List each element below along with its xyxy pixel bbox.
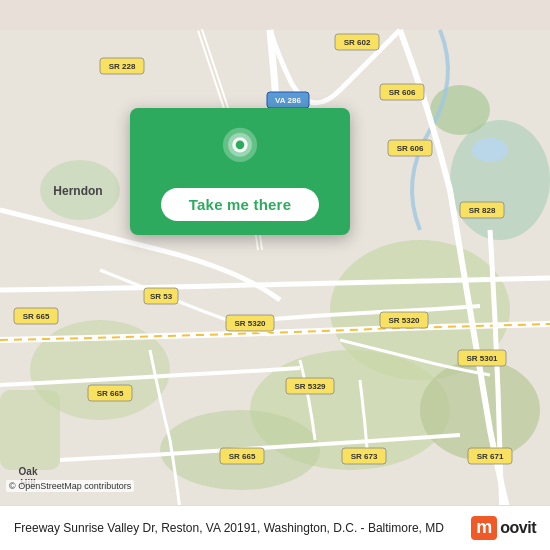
svg-point-10 — [472, 138, 508, 162]
svg-text:SR 53: SR 53 — [150, 292, 173, 301]
osm-credit: © OpenStreetMap contributors — [6, 480, 134, 492]
svg-text:SR 665: SR 665 — [23, 312, 50, 321]
svg-text:SR 602: SR 602 — [344, 38, 371, 47]
svg-text:SR 665: SR 665 — [97, 389, 124, 398]
svg-text:SR 665: SR 665 — [229, 452, 256, 461]
svg-text:SR 228: SR 228 — [109, 62, 136, 71]
svg-text:SR 671: SR 671 — [477, 452, 504, 461]
moovit-name: oovit — [500, 519, 536, 537]
svg-text:SR 673: SR 673 — [351, 452, 378, 461]
svg-text:SR 606: SR 606 — [397, 144, 424, 153]
svg-text:Herndon: Herndon — [53, 184, 102, 198]
svg-text:VA 286: VA 286 — [275, 96, 301, 105]
take-me-there-button[interactable]: Take me there — [161, 188, 319, 221]
address-block: Freeway Sunrise Valley Dr, Reston, VA 20… — [14, 519, 461, 537]
svg-text:SR 828: SR 828 — [469, 206, 496, 215]
pin-icon — [216, 126, 264, 174]
svg-text:SR 5320: SR 5320 — [234, 319, 266, 328]
svg-rect-9 — [0, 390, 60, 470]
map-background: SR 602 SR 228 VA 286 SR 606 SR 606 SR 82… — [0, 0, 550, 550]
moovit-m-icon: m — [471, 516, 497, 540]
map-container: SR 602 SR 228 VA 286 SR 606 SR 606 SR 82… — [0, 0, 550, 550]
bottom-bar: Freeway Sunrise Valley Dr, Reston, VA 20… — [0, 505, 550, 550]
svg-point-49 — [236, 141, 245, 150]
svg-text:Oak: Oak — [19, 466, 38, 477]
moovit-logo: m oovit — [471, 516, 536, 540]
svg-point-6 — [450, 120, 550, 240]
svg-text:SR 606: SR 606 — [389, 88, 416, 97]
location-card: Take me there — [130, 108, 350, 235]
svg-text:SR 5329: SR 5329 — [294, 382, 326, 391]
svg-text:SR 5301: SR 5301 — [466, 354, 498, 363]
address-text: Freeway Sunrise Valley Dr, Reston, VA 20… — [14, 519, 461, 537]
svg-text:SR 5320: SR 5320 — [388, 316, 420, 325]
